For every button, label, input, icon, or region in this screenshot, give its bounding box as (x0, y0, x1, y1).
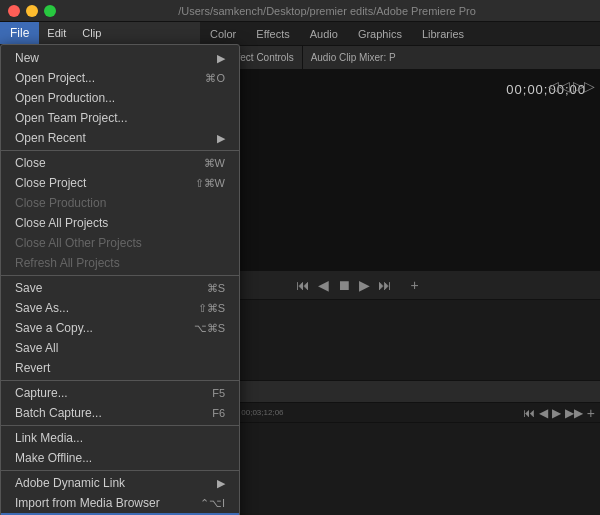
menu-item-close-all-other-label: Close All Other Projects (15, 236, 142, 250)
menu-item-open-recent[interactable]: Open Recent ▶ (1, 128, 239, 148)
menu-item-open-team-project-label: Open Team Project... (15, 111, 128, 125)
nav-graphics[interactable]: Graphics (348, 28, 412, 40)
menu-item-make-offline-label: Make Offline... (15, 451, 92, 465)
menu-item-save[interactable]: Save ⌘S (1, 278, 239, 298)
menu-item-close-project[interactable]: Close Project ⇧⌘W (1, 173, 239, 193)
nav-libraries[interactable]: Libraries (412, 28, 474, 40)
tl-step-back[interactable]: ⏮ (523, 406, 535, 420)
menu-item-save-as-shortcut: ⇧⌘S (198, 302, 225, 315)
menu-item-close-project-shortcut: ⇧⌘W (195, 177, 225, 190)
menu-bar-edit[interactable]: Edit (39, 22, 74, 44)
menu-item-open-project[interactable]: Open Project... ⌘O (1, 68, 239, 88)
menu-item-link-media-label: Link Media... (15, 431, 83, 445)
menu-item-batch-capture-label: Batch Capture... (15, 406, 102, 420)
top-nav-bar: Color Effects Audio Graphics Libraries (200, 22, 600, 46)
menu-bar-clip[interactable]: Clip (74, 22, 109, 44)
menu-item-link-media[interactable]: Link Media... (1, 428, 239, 448)
play-icon[interactable]: ▶ (359, 277, 370, 293)
menu-item-save-as[interactable]: Save As... ⇧⌘S (1, 298, 239, 318)
window-title: /Users/samkench/Desktop/premier edits/Ad… (62, 5, 592, 17)
tl-rewind[interactable]: ◀ (539, 406, 548, 420)
menu-item-new-arrow: ▶ (217, 52, 225, 65)
menu-item-adobe-dynamic-link[interactable]: Adobe Dynamic Link ▶ (1, 473, 239, 493)
menu-item-close-production: Close Production (1, 193, 239, 213)
menu-item-save-copy[interactable]: Save a Copy... ⌥⌘S (1, 318, 239, 338)
stop-icon[interactable]: ⏹ (337, 277, 351, 293)
menu-item-revert-label: Revert (15, 361, 50, 375)
tl-play[interactable]: ▶ (552, 406, 561, 420)
menu-item-open-recent-arrow: ▶ (217, 132, 225, 145)
menu-item-close-label: Close (15, 156, 46, 170)
menu-item-revert[interactable]: Revert (1, 358, 239, 378)
monitor-nav-controls: ◁◁ ▷▷ (548, 78, 595, 94)
menu-item-close-shortcut: ⌘W (204, 157, 225, 170)
separator-5 (1, 470, 239, 471)
nav-audio[interactable]: Audio (300, 28, 348, 40)
menu-item-open-production-label: Open Production... (15, 91, 115, 105)
menu-item-close-all-label: Close All Projects (15, 216, 108, 230)
menu-item-import-media-browser-shortcut: ⌃⌥I (200, 497, 225, 510)
menu-item-open-project-label: Open Project... (15, 71, 95, 85)
menu-bar-file[interactable]: File (0, 22, 39, 44)
menu-item-adobe-dynamic-link-label: Adobe Dynamic Link (15, 476, 125, 490)
menu-item-batch-capture[interactable]: Batch Capture... F6 (1, 403, 239, 423)
menu-item-refresh-all: Refresh All Projects (1, 253, 239, 273)
menu-item-close-all-other: Close All Other Projects (1, 233, 239, 253)
next-frame-icon[interactable]: ▷▷ (573, 78, 595, 94)
menu-item-close-project-label: Close Project (15, 176, 86, 190)
menu-item-open-project-shortcut: ⌘O (205, 72, 225, 85)
play-back-icon[interactable]: ◀ (318, 277, 329, 293)
menu-item-save-copy-shortcut: ⌥⌘S (194, 322, 225, 335)
title-bar: /Users/samkench/Desktop/premier edits/Ad… (0, 0, 600, 22)
tl-forward[interactable]: ▶▶ (565, 406, 583, 420)
menu-item-new-label: New (15, 51, 39, 65)
add-icon[interactable]: + (410, 277, 418, 293)
menu-bar: File Edit Clip (0, 22, 200, 44)
menu-item-save-shortcut: ⌘S (207, 282, 225, 295)
menu-item-batch-capture-shortcut: F6 (212, 407, 225, 419)
menu-item-open-team-project[interactable]: Open Team Project... (1, 108, 239, 128)
menu-item-save-all[interactable]: Save All (1, 338, 239, 358)
separator-2 (1, 275, 239, 276)
menu-item-make-offline[interactable]: Make Offline... (1, 448, 239, 468)
separator-1 (1, 150, 239, 151)
tab-audio-mixer[interactable]: Audio Clip Mixer: P (303, 46, 404, 69)
nav-effects[interactable]: Effects (246, 28, 299, 40)
minimize-button[interactable] (26, 5, 38, 17)
nav-color[interactable]: Color (200, 28, 246, 40)
menu-item-capture[interactable]: Capture... F5 (1, 383, 239, 403)
menu-item-save-as-label: Save As... (15, 301, 69, 315)
prev-frame-icon[interactable]: ◁◁ (548, 78, 570, 94)
menu-item-import-media-browser-label: Import from Media Browser (15, 496, 160, 510)
menu-item-close[interactable]: Close ⌘W (1, 153, 239, 173)
menu-item-new[interactable]: New ▶ (1, 48, 239, 68)
tab-audio-label: Audio Clip Mixer: P (311, 52, 396, 63)
menu-item-capture-label: Capture... (15, 386, 68, 400)
separator-4 (1, 425, 239, 426)
step-forward-icon[interactable]: ⏭ (378, 277, 392, 293)
menu-item-save-copy-label: Save a Copy... (15, 321, 93, 335)
close-button[interactable] (8, 5, 20, 17)
fullscreen-button[interactable] (44, 5, 56, 17)
marker-03-12-06: 00;03;12;06 (241, 408, 283, 417)
menu-item-save-all-label: Save All (15, 341, 58, 355)
menu-item-refresh-all-label: Refresh All Projects (15, 256, 120, 270)
menu-item-save-label: Save (15, 281, 42, 295)
menu-item-close-production-label: Close Production (15, 196, 106, 210)
menu-item-close-all-projects[interactable]: Close All Projects (1, 213, 239, 233)
timeline-playback-controls: ⏮ ◀ ▶ ▶▶ + (523, 403, 595, 423)
tl-add[interactable]: + (587, 405, 595, 421)
file-dropdown-menu: New ▶ Open Project... ⌘O Open Production… (0, 44, 240, 515)
step-back-icon[interactable]: ⏮ (296, 277, 310, 293)
menu-item-dynamic-link-arrow: ▶ (217, 477, 225, 490)
menu-item-capture-shortcut: F5 (212, 387, 225, 399)
menu-item-import-media-browser[interactable]: Import from Media Browser ⌃⌥I (1, 493, 239, 513)
menu-item-open-production[interactable]: Open Production... (1, 88, 239, 108)
separator-3 (1, 380, 239, 381)
menu-item-open-recent-label: Open Recent (15, 131, 86, 145)
